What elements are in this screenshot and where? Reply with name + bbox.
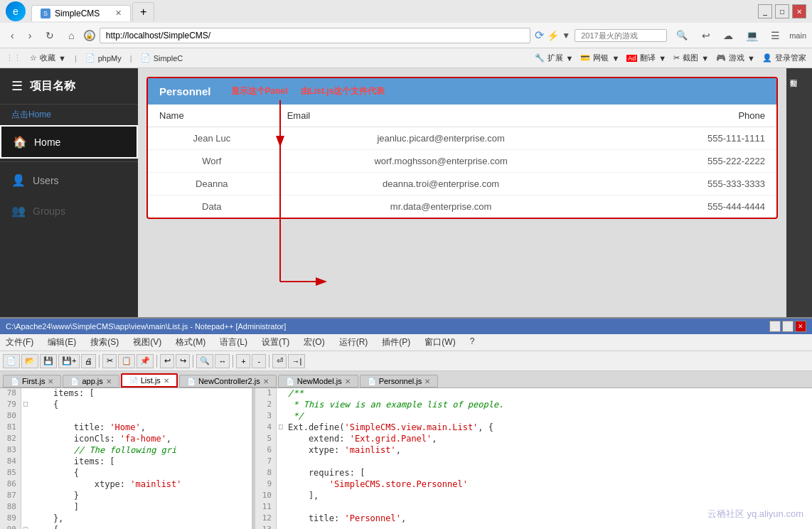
bookmark-simplec[interactable]: 📄 SimpleC (141, 53, 183, 63)
fold-marker[interactable]: □ (277, 422, 285, 434)
fold-marker[interactable] (21, 468, 30, 479)
editor-menu-item[interactable]: ? (467, 336, 478, 349)
back-button[interactable]: ‹ (6, 28, 19, 43)
tab-close-button[interactable]: ✕ (115, 9, 122, 18)
editor-menu-item[interactable]: 宏(O) (301, 336, 327, 349)
sidebar-item-home[interactable]: 🏠 Home (0, 125, 138, 159)
ext-bank[interactable]: 💳 网银 ▼ (580, 53, 619, 63)
address-bar[interactable] (100, 28, 530, 43)
fold-marker[interactable] (277, 502, 285, 513)
main-label[interactable]: main (789, 31, 806, 40)
editor-tab[interactable]: 📄 First.js ✕ (3, 375, 61, 388)
editor-maximize-btn[interactable]: □ (782, 321, 794, 332)
browser-tab-active[interactable]: S SimpleCMS ✕ (31, 5, 131, 21)
device-button[interactable]: 💻 (741, 28, 763, 43)
forward-button[interactable]: › (23, 28, 37, 43)
bookmark-collections[interactable]: ☆ 收藏 ▼ (30, 53, 66, 63)
fold-marker[interactable] (277, 411, 285, 422)
editor-menu-item[interactable]: 编辑(E) (45, 336, 79, 349)
fold-marker[interactable] (277, 388, 285, 400)
editor-tab[interactable]: 📄 NewController2.js ✕ (179, 375, 277, 388)
fold-marker[interactable] (277, 479, 285, 491)
refresh-icon[interactable]: ⟳ (535, 28, 544, 42)
toolbar-print[interactable]: 🖨 (81, 354, 96, 368)
search-bar[interactable] (575, 29, 667, 42)
bookmark-phpmy[interactable]: 📄 phpMy (85, 53, 122, 63)
fold-marker[interactable] (277, 456, 285, 468)
fold-marker[interactable] (21, 513, 30, 525)
editor-tab[interactable]: 📄 List.js ✕ (121, 373, 178, 388)
editor-menu-item[interactable]: 运行(R) (336, 336, 371, 349)
fold-marker[interactable] (277, 400, 285, 411)
toolbar-copy[interactable]: 📋 (118, 354, 135, 368)
editor-tab-close[interactable]: ✕ (424, 378, 430, 385)
toolbar-zoom-out[interactable]: - (252, 354, 266, 368)
close-button[interactable]: ✕ (792, 4, 806, 18)
settings-button[interactable]: ☰ (766, 28, 785, 43)
fold-marker[interactable] (21, 479, 30, 491)
toolbar-save[interactable]: 💾 (40, 354, 57, 368)
toolbar-redo[interactable]: ↪ (176, 354, 190, 368)
fold-marker[interactable] (21, 434, 30, 445)
sidebar-item-users[interactable]: 👤 Users (0, 165, 138, 196)
ext-screenshot[interactable]: ✂ 截图 ▼ (673, 53, 709, 63)
toolbar-wrap[interactable]: ⏎ (272, 354, 287, 368)
editor-tab[interactable]: 📄 app.js ✕ (63, 375, 119, 388)
fold-marker[interactable] (21, 388, 30, 400)
new-tab-button[interactable]: + (132, 2, 154, 21)
toolbar-save-all[interactable]: 💾+ (58, 354, 80, 368)
editor-tab[interactable]: 📄 NewModel.js ✕ (278, 375, 358, 388)
fold-marker[interactable] (277, 525, 285, 529)
fold-marker[interactable]: □ (21, 400, 30, 411)
fold-marker[interactable] (21, 502, 30, 513)
fold-marker[interactable] (277, 434, 285, 445)
fold-marker[interactable] (277, 468, 285, 479)
ext-translate[interactable]: Ad 翻译 ▼ (626, 53, 666, 63)
fold-marker[interactable] (21, 411, 30, 422)
hamburger-icon[interactable]: ☰ (11, 78, 23, 94)
toolbar-replace[interactable]: ↔ (215, 354, 230, 368)
home-nav-button[interactable]: ⌂ (63, 28, 79, 43)
fold-marker[interactable] (21, 491, 30, 502)
toolbar-indent[interactable]: →| (288, 354, 305, 368)
search-button[interactable]: 🔍 (671, 28, 693, 43)
toolbar-find[interactable]: 🔍 (196, 354, 213, 368)
editor-menu-item[interactable]: 设置(T) (259, 336, 292, 349)
fold-marker[interactable] (277, 491, 285, 502)
toolbar-paste[interactable]: 📌 (137, 354, 154, 368)
editor-tab-close[interactable]: ✕ (164, 377, 169, 385)
undo-button[interactable]: ↩ (697, 28, 715, 43)
toolbar-zoom-in[interactable]: + (236, 354, 250, 368)
ext-extensions[interactable]: 🔧 扩展 ▼ (535, 53, 574, 63)
fold-marker[interactable] (277, 513, 285, 525)
ext-login[interactable]: 👤 登录管家 (762, 53, 806, 63)
toolbar-new[interactable]: 📄 (3, 354, 20, 368)
editor-tab-close[interactable]: ✕ (48, 378, 53, 385)
editor-menu-item[interactable]: 语言(L) (217, 336, 250, 349)
sidebar-item-groups[interactable]: 👥 Groups (0, 196, 138, 226)
editor-menu-item[interactable]: 搜索(S) (87, 336, 122, 349)
refresh-button[interactable]: ↻ (41, 28, 59, 43)
dropdown-arrow[interactable]: ▼ (562, 31, 570, 41)
editor-tab-close[interactable]: ✕ (345, 378, 351, 385)
editor-tab[interactable]: 📄 Personnel.js ✕ (360, 375, 439, 388)
fold-marker[interactable] (21, 445, 30, 456)
toolbar-undo[interactable]: ↩ (160, 354, 174, 368)
restore-button[interactable]: □ (775, 4, 789, 18)
cloud-button[interactable]: ☁ (718, 28, 738, 43)
sidebar-click-home-label[interactable]: 点击Home (0, 105, 138, 125)
fold-marker[interactable] (277, 445, 285, 456)
editor-tab-close[interactable]: ✕ (106, 378, 112, 385)
fold-marker[interactable] (21, 456, 30, 468)
toolbar-cut[interactable]: ✂ (102, 354, 117, 368)
editor-menu-item[interactable]: 格式(M) (173, 336, 208, 349)
fold-marker[interactable] (21, 422, 30, 434)
editor-menu-item[interactable]: 窗口(W) (422, 336, 458, 349)
ext-games[interactable]: 🎮 游戏 ▼ (716, 53, 755, 63)
editor-menu-item[interactable]: 视图(V) (130, 336, 164, 349)
editor-close-btn[interactable]: ✕ (795, 321, 806, 332)
minimize-button[interactable]: _ (758, 4, 772, 18)
editor-menu-item[interactable]: 插件(P) (379, 336, 413, 349)
toolbar-open[interactable]: 📂 (21, 354, 38, 368)
editor-menu-item[interactable]: 文件(F) (3, 336, 36, 349)
